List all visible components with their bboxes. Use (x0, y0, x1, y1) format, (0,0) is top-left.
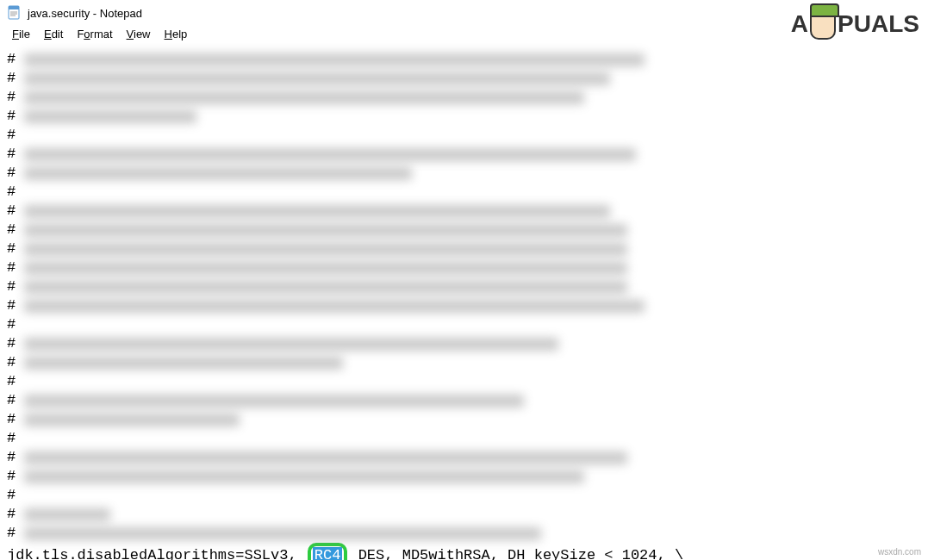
hash-char: # (7, 183, 16, 202)
blurred-text (24, 300, 645, 313)
hash-char: # (7, 334, 16, 353)
config-line: jdk.tls.disabledAlgorithms=SSLv3, RC4 DE… (7, 543, 921, 560)
hash-char: # (7, 258, 16, 277)
svg-rect-1 (9, 6, 19, 9)
comment-line: # (7, 429, 921, 448)
blurred-text (24, 395, 524, 408)
hash-char: # (7, 486, 16, 505)
blurred-text (24, 72, 610, 85)
comment-line: # (7, 315, 921, 334)
comment-line: # (7, 467, 921, 486)
comment-line: # (7, 183, 921, 202)
blurred-text (24, 91, 584, 104)
appuals-logo: A PUALS (791, 9, 919, 40)
comment-line: # (7, 88, 921, 107)
blurred-text (24, 148, 636, 161)
hash-char: # (7, 448, 16, 467)
blurred-text (24, 243, 627, 256)
comment-line: # (7, 524, 921, 543)
comment-line: # (7, 221, 921, 240)
comment-line: # (7, 505, 921, 524)
hash-char: # (7, 410, 16, 429)
hash-char: # (7, 353, 16, 372)
comment-line: # (7, 448, 921, 467)
hash-char: # (7, 107, 16, 126)
logo-suffix: PUALS (838, 10, 919, 38)
blurred-text (24, 281, 627, 294)
config-suffix: DES, MD5withRSA, DH keySize < 1024, \ (349, 547, 683, 560)
comment-line: # (7, 258, 921, 277)
hash-char: # (7, 524, 16, 543)
highlight-annotation: RC4 (308, 543, 348, 560)
hash-char: # (7, 391, 16, 410)
hash-char: # (7, 277, 16, 296)
menu-view[interactable]: View (120, 28, 158, 45)
comment-line: # (7, 107, 921, 126)
hash-char: # (7, 429, 16, 448)
hash-char: # (7, 372, 16, 391)
menu-format[interactable]: Format (70, 28, 119, 45)
comment-line: # (7, 410, 921, 429)
blurred-text (24, 110, 196, 123)
blurred-text (24, 451, 627, 464)
hash-char: # (7, 240, 16, 258)
comment-line: # (7, 202, 921, 221)
comment-line: # (7, 391, 921, 410)
hash-char: # (7, 505, 16, 524)
logo-prefix: A (791, 10, 808, 38)
hash-char: # (7, 315, 16, 334)
hash-char: # (7, 221, 16, 240)
blurred-text (24, 224, 627, 237)
hash-char: # (7, 467, 16, 486)
hash-char: # (7, 164, 16, 183)
notepad-icon (7, 5, 22, 21)
hash-char: # (7, 88, 16, 107)
blurred-text (24, 414, 240, 426)
blurred-text (24, 167, 412, 180)
blurred-text (24, 205, 610, 218)
comment-line: # (7, 334, 921, 353)
blurred-text (24, 508, 110, 521)
comment-line: # (7, 296, 921, 315)
hash-char: # (7, 202, 16, 221)
comment-line: # (7, 486, 921, 505)
menu-edit[interactable]: Edit (37, 28, 70, 45)
selected-text: RC4 (313, 547, 343, 560)
window-title: java.security - Notepad (28, 7, 142, 20)
blurred-text (24, 262, 627, 275)
menu-bar: File Edit Format View Help (0, 26, 928, 47)
config-prefix: jdk.tls.disabledAlgorithms=SSLv3, (7, 547, 306, 560)
comment-line: # (7, 277, 921, 296)
comment-line: # (7, 126, 921, 145)
menu-file[interactable]: File (5, 28, 37, 45)
blurred-text (24, 357, 343, 370)
hash-char: # (7, 69, 16, 88)
blurred-text (24, 527, 541, 540)
logo-head-icon (810, 9, 836, 40)
hash-char: # (7, 126, 16, 145)
comment-line: # (7, 240, 921, 258)
comment-line: # (7, 164, 921, 183)
text-editor-content[interactable]: ##########################jdk.tls.disabl… (0, 47, 928, 560)
menu-help[interactable]: Help (158, 28, 195, 45)
title-bar: java.security - Notepad (0, 0, 928, 26)
blurred-text (24, 53, 645, 66)
blurred-text (24, 470, 584, 483)
comment-line: # (7, 50, 921, 69)
comment-line: # (7, 145, 921, 164)
comment-line: # (7, 69, 921, 88)
comment-line: # (7, 372, 921, 391)
hash-char: # (7, 50, 16, 69)
watermark: wsxdn.com (878, 547, 921, 557)
comment-line: # (7, 353, 921, 372)
blurred-text (24, 338, 558, 351)
hash-char: # (7, 145, 16, 164)
hash-char: # (7, 296, 16, 315)
